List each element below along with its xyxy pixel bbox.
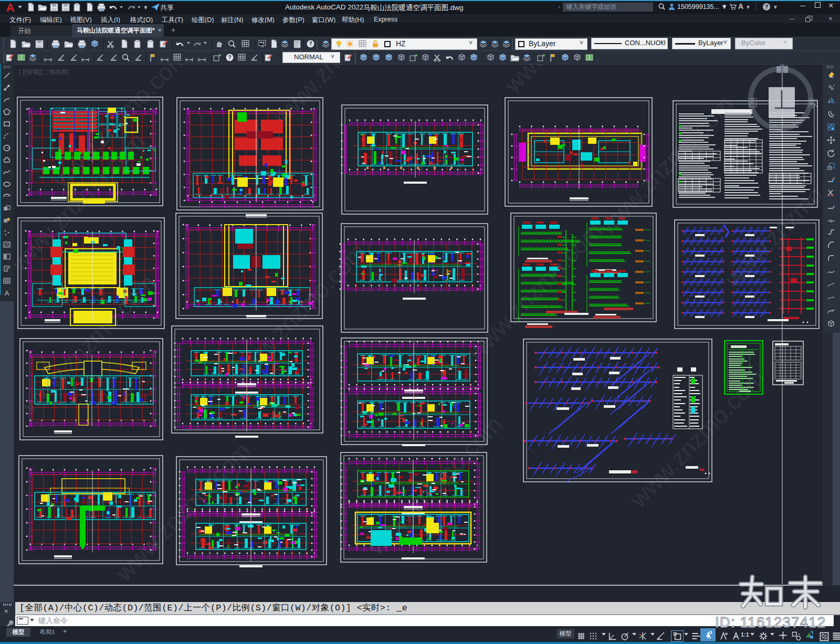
svg-text:北: 北 <box>777 62 788 74</box>
svg-text:东: 东 <box>807 97 818 109</box>
svg-text:A: A <box>5 289 9 297</box>
svg-text:西: 西 <box>748 97 758 109</box>
svg-text:?: ? <box>309 40 312 47</box>
svg-text:?: ? <box>228 54 231 60</box>
svg-text:[-][俯视][二维线框]: [-][俯视][二维线框] <box>19 68 69 76</box>
svg-text:?: ? <box>765 4 769 10</box>
